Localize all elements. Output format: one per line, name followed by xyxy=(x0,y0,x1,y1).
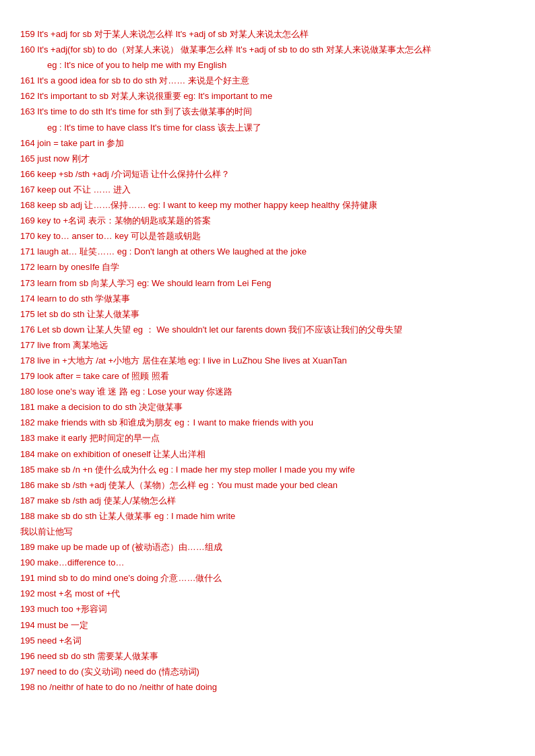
line-l190: 190 make…difference to… xyxy=(20,555,515,570)
line-l188b: 我以前让他写 xyxy=(20,524,515,539)
line-l185: 185 make sb /n +n 使什么成为什么 eg : I made he… xyxy=(20,462,515,477)
line-l188a: 188 make sb do sth 让某人做某事 eg : I made hi… xyxy=(20,509,515,524)
line-l171: 171 laugh at… 耻笑…… eg : Don't langh at o… xyxy=(20,244,515,259)
line-l165: 165 just now 刚才 xyxy=(20,151,515,166)
line-l172: 172 learn by onesIfe 自学 xyxy=(20,260,515,275)
line-l187: 187 make sb /sth adj 使某人/某物怎么样 xyxy=(20,493,515,508)
line-l184: 184 make on exhibition of oneself 让某人出洋相 xyxy=(20,447,515,462)
line-l161: 161 It's a good idea for sb to do sth 对…… xyxy=(20,73,515,88)
line-l162: 162 It's important to sb 对某人来说很重要 eg: It… xyxy=(20,89,515,104)
line-l186: 186 make sb /sth +adj 使某人（某物）怎么样 eg：You … xyxy=(20,478,515,493)
line-l193: 193 much too +形容词 xyxy=(20,602,515,617)
line-l194: 194 must be 一定 xyxy=(20,618,515,633)
line-l197: 197 need to do (实义动词) need do (情态动词) xyxy=(20,664,515,679)
line-l196: 196 need sb do sth 需要某人做某事 xyxy=(20,649,515,664)
line-l183: 183 make it early 把时间定的早一点 xyxy=(20,431,515,446)
line-l163eg: eg : It's time to have class It's time f… xyxy=(20,121,515,135)
line-l182: 182 make friends with sb 和谁成为朋友 eg：I wan… xyxy=(20,415,515,430)
main-content: 159 It's +adj for sb 对于某人来说怎么样 It's +adj… xyxy=(20,27,515,695)
line-l170: 170 key to… anser to… key 可以是答题或钥匙 xyxy=(20,229,515,244)
line-l181: 181 make a decision to do sth 决定做某事 xyxy=(20,400,515,415)
line-l166: 166 keep +sb /sth +adj /介词短语 让什么保持什么样？ xyxy=(20,167,515,182)
line-l174: 174 learn to do sth 学做某事 xyxy=(20,291,515,306)
line-l160eg: eg : It's nice of you to help me with my… xyxy=(20,58,515,73)
line-l180: 180 lose one's way 谁 迷 路 eg : Lose your … xyxy=(20,384,515,399)
line-l191: 191 mind sb to do mind one's doing 介意……做… xyxy=(20,571,515,586)
line-l163: 163 It's time to do sth It's time for st… xyxy=(20,104,515,119)
line-l167: 167 keep out 不让 …… 进入 xyxy=(20,182,515,197)
line-l179: 179 look after = take care of 照顾 照看 xyxy=(20,369,515,384)
line-l189: 189 make up be made up of (被动语态）由……组成 xyxy=(20,540,515,555)
line-l168: 168 keep sb adj 让……保持…… eg: I want to ke… xyxy=(20,198,515,213)
line-l198: 198 no /neithr of hate to do no /neithr … xyxy=(20,680,515,695)
line-l178: 178 live in +大地方 /at +小地方 居住在某地 eg: I li… xyxy=(20,353,515,368)
line-l159: 159 It's +adj for sb 对于某人来说怎么样 It's +adj… xyxy=(20,27,515,42)
line-l195: 195 need +名词 xyxy=(20,633,515,648)
line-l177: 177 live from 离某地远 xyxy=(20,338,515,353)
line-l176: 176 Let sb down 让某人失望 eg ： We shouldn't … xyxy=(20,322,515,337)
line-l160: 160 It's +adj(for sb) to do（对某人来说） 做某事怎么… xyxy=(20,42,515,57)
line-l164: 164 join = take part in 参加 xyxy=(20,136,515,151)
line-l173: 173 learn from sb 向某人学习 eg: We should le… xyxy=(20,276,515,291)
line-l175: 175 let sb do sth 让某人做某事 xyxy=(20,307,515,322)
line-l192: 192 most +名 most of +代 xyxy=(20,586,515,601)
line-l169: 169 key to +名词 表示：某物的钥匙或某题的答案 xyxy=(20,213,515,228)
